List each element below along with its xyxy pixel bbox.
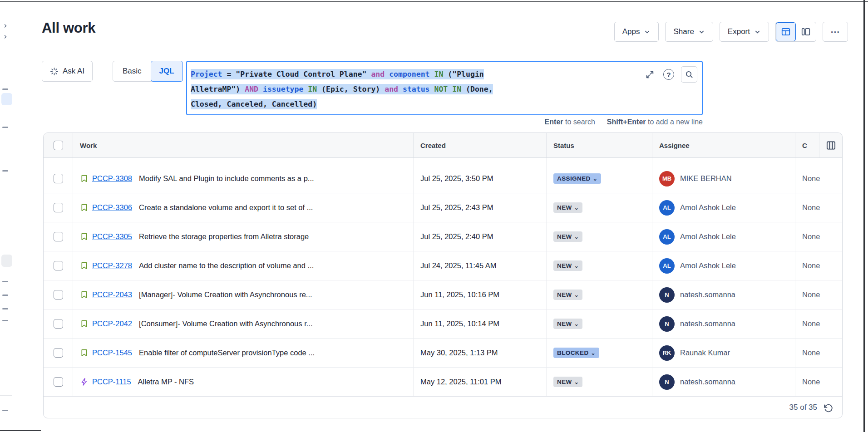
row-checkbox[interactable] — [54, 174, 63, 183]
story-icon — [80, 232, 89, 241]
table-footer: 35 of 35 — [44, 397, 842, 418]
export-button[interactable]: Export — [720, 22, 769, 42]
status-badge[interactable]: NEW⌄ — [553, 319, 582, 329]
assignee-cell[interactable]: ALAmol Ashok Lele — [652, 222, 795, 251]
row-checkbox[interactable] — [54, 377, 63, 387]
issue-summary[interactable]: Add cluster name to the description of v… — [139, 261, 314, 270]
sidebar-item-fragment[interactable] — [2, 295, 8, 296]
basic-mode-tab[interactable]: Basic — [113, 61, 151, 81]
syntax-help-icon[interactable]: ? — [662, 68, 676, 81]
issue-summary[interactable]: Modify SAL and Plugin to include comment… — [139, 174, 314, 183]
list-view-toggle[interactable] — [776, 22, 796, 41]
issue-summary[interactable]: [Manager]- Volume Creation with Asynchro… — [139, 290, 312, 299]
detail-view-toggle[interactable] — [796, 22, 816, 41]
jql-token: and — [385, 85, 398, 93]
assignee-cell[interactable]: ALAmol Ashok Lele — [652, 193, 795, 222]
work-cell: PCCP-1115Alletra MP - NFS — [73, 368, 414, 396]
sidebar-item-fragment[interactable] — [2, 410, 8, 411]
jql-token: status — [403, 85, 430, 93]
sidebar-item-fragment[interactable] — [2, 281, 8, 282]
assignee-cell[interactable]: MBMIKE BERHAN — [652, 164, 795, 193]
chevron-down-icon: ⌄ — [593, 177, 597, 181]
select-all-checkbox[interactable] — [54, 141, 63, 150]
ask-ai-button[interactable]: Ask AI — [42, 61, 93, 82]
issue-key-link[interactable]: PCCP-2043 — [92, 290, 132, 299]
status-badge[interactable]: NEW⌄ — [553, 231, 582, 242]
sidebar-item-fragment[interactable] — [2, 308, 8, 309]
jql-mode-tab[interactable]: JQL — [151, 61, 183, 82]
chevron-right-icon[interactable] — [3, 23, 8, 29]
status-badge[interactable]: NEW⌄ — [553, 290, 582, 300]
row-checkbox[interactable] — [54, 232, 63, 241]
issue-key-link[interactable]: PCCP-2042 — [92, 319, 132, 328]
table-row[interactable]: PCCP-2042[Consumer]- Volume Creation wit… — [44, 309, 842, 339]
jql-token: Closed, Canceled, Cancelled) — [191, 100, 317, 108]
table-row[interactable]: PCCP-3305Retrieve the storage properties… — [44, 222, 842, 251]
view-switcher — [775, 22, 816, 42]
header-category-truncated[interactable]: C — [795, 133, 819, 157]
sidebar-item-hover[interactable] — [1, 255, 12, 267]
status-cell: NEW⌄ — [547, 251, 652, 280]
share-button[interactable]: Share — [665, 22, 713, 42]
row-checkbox[interactable] — [54, 203, 63, 212]
story-icon — [80, 290, 89, 299]
assignee-cell[interactable]: RKRaunak Kumar — [652, 339, 795, 367]
issue-key-link[interactable]: PCCP-3278 — [92, 261, 132, 270]
issue-summary[interactable]: Alletra MP - NFS — [138, 378, 194, 386]
status-badge[interactable]: NEW⌄ — [553, 260, 582, 271]
created-cell: Jul 25, 2025, 3:50 PM — [414, 164, 547, 193]
header-created[interactable]: Created — [414, 133, 547, 157]
issue-summary[interactable]: Retrieve the storage properties from All… — [139, 232, 309, 241]
table-row[interactable]: PCCP-3278Add cluster name to the descrip… — [44, 251, 842, 280]
assignee-cell[interactable]: Nnatesh.somanna — [652, 309, 795, 338]
table-row[interactable]: PCCP-1115Alletra MP - NFSMay 12, 2025, 1… — [44, 368, 842, 397]
refresh-icon[interactable] — [824, 403, 833, 412]
assignee-cell[interactable]: Nnatesh.somanna — [652, 368, 795, 396]
header-assignee[interactable]: Assignee — [652, 133, 795, 157]
status-badge[interactable]: NEW⌄ — [553, 377, 582, 387]
issue-key-link[interactable]: PCCP-3305 — [92, 232, 132, 241]
row-checkbox[interactable] — [54, 290, 63, 299]
more-actions-button[interactable]: ⋯ — [823, 22, 848, 42]
category-cell: None — [795, 368, 842, 396]
status-badge[interactable]: BLOCKED⌄ — [553, 348, 599, 358]
jql-token — [398, 85, 403, 93]
issue-summary[interactable]: Create a standalone volume and export it… — [139, 203, 313, 212]
table-row[interactable]: PCCP-3308Modify SAL and Plugin to includ… — [44, 164, 842, 193]
jql-token: (Done, — [461, 85, 493, 93]
row-checkbox[interactable] — [54, 348, 63, 358]
partial-cell — [652, 158, 795, 164]
table-row[interactable]: PCCP-1545Enable filter of computeServer … — [44, 339, 842, 368]
configure-columns-button[interactable] — [819, 133, 842, 157]
work-cell: PCCP-3278Add cluster name to the descrip… — [73, 251, 414, 280]
assignee-cell[interactable]: ALAmol Ashok Lele — [652, 251, 795, 280]
expand-editor-icon[interactable] — [643, 68, 656, 81]
sidebar-item-fragment[interactable] — [2, 320, 8, 321]
status-cell: NEW⌄ — [547, 280, 652, 309]
sidebar-item-fragment[interactable] — [2, 88, 8, 90]
issue-key-link[interactable]: PCCP-3306 — [92, 203, 132, 212]
assignee-cell[interactable]: Nnatesh.somanna — [652, 280, 795, 309]
table-row[interactable]: PCCP-3306Create a standalone volume and … — [44, 193, 842, 222]
status-badge[interactable]: NEW⌄ — [553, 202, 582, 213]
chevron-right-icon[interactable] — [3, 34, 8, 39]
header-status[interactable]: Status — [547, 133, 652, 157]
run-search-button[interactable] — [681, 66, 697, 83]
header-work[interactable]: Work — [73, 133, 414, 157]
row-checkbox[interactable] — [54, 261, 63, 270]
story-icon — [80, 261, 89, 270]
issue-key-link[interactable]: PCCP-1545 — [92, 349, 132, 357]
table-row[interactable]: PCCP-2043[Manager]- Volume Creation with… — [44, 280, 842, 309]
jql-query-input[interactable]: Project = "Private Cloud Control Plane" … — [186, 61, 703, 115]
sidebar-item-fragment[interactable] — [2, 127, 8, 128]
apps-button[interactable]: Apps — [614, 22, 659, 42]
issue-key-link[interactable]: PCCP-3308 — [92, 174, 132, 183]
sidebar-item-selected[interactable] — [1, 93, 12, 105]
issue-summary[interactable]: [Consumer]- Volume Creation with Asynchr… — [139, 319, 312, 328]
jql-token: ("Plugin — [443, 70, 483, 79]
issue-key-link[interactable]: PCCP-1115 — [92, 378, 131, 386]
sidebar-item-fragment[interactable] — [2, 170, 8, 172]
status-badge[interactable]: ASSIGNED⌄ — [553, 173, 601, 184]
issue-summary[interactable]: Enable filter of computeServer provision… — [139, 349, 315, 357]
row-checkbox[interactable] — [54, 319, 63, 329]
